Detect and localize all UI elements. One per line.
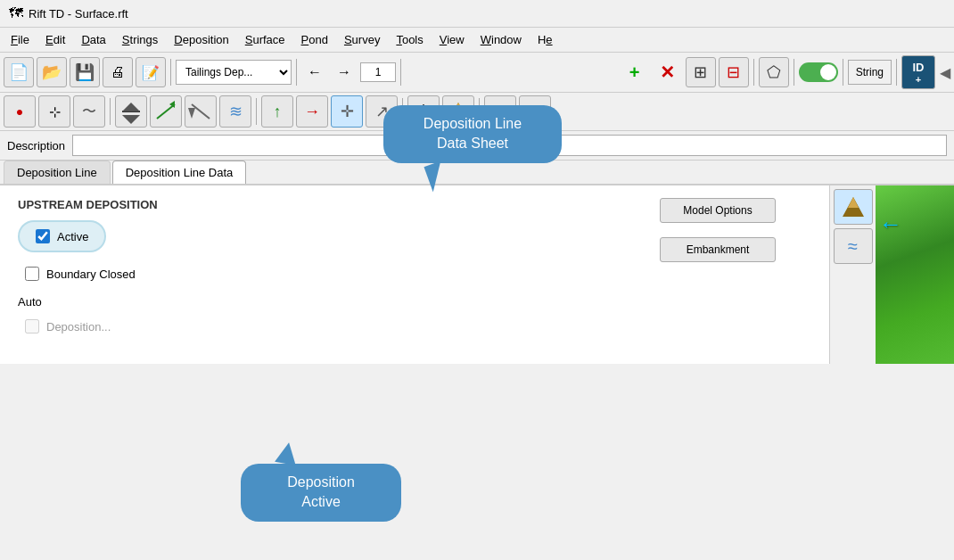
wave-view-icon: ≈ <box>848 236 858 257</box>
diagonal-arrow-tool[interactable]: ↗ <box>366 95 398 128</box>
string-indicator: String <box>848 60 892 85</box>
deposition-checkbox[interactable] <box>25 319 39 334</box>
print-button[interactable]: 🖨 <box>103 57 133 87</box>
tab-deposition-line-label: Deposition Line <box>17 166 97 179</box>
auto-label: Auto <box>18 295 633 309</box>
save-button[interactable]: 💾 <box>70 57 100 87</box>
tab-deposition-line-data[interactable]: Deposition Line Data <box>112 161 247 184</box>
menu-surface[interactable]: Surface <box>238 30 292 49</box>
model-options-button[interactable]: Model Options <box>660 198 776 223</box>
level-icon <box>119 99 144 124</box>
edit-button[interactable]: 📝 <box>136 57 166 87</box>
menu-view[interactable]: View <box>432 30 472 49</box>
node-icon: ● <box>16 104 23 119</box>
separator-6 <box>843 59 843 86</box>
diagonal-arrow-icon: ↗ <box>375 102 389 121</box>
menu-deposition[interactable]: Deposition <box>167 30 235 49</box>
arrow-right-tool[interactable]: → <box>296 95 328 128</box>
menu-strings[interactable]: Strings <box>115 30 165 49</box>
mountain-icon <box>446 99 471 124</box>
open-button[interactable]: 📂 <box>37 57 67 87</box>
description-row: Description <box>0 131 954 161</box>
embankment-button[interactable]: Embankment <box>660 237 776 262</box>
description-label: Description <box>7 139 65 152</box>
curve-tool[interactable]: 〜 <box>73 95 105 128</box>
svg-line-7 <box>415 106 424 120</box>
left-panel: UPSTREAM DEPOSITION Active Boundary Clos… <box>0 185 651 364</box>
mountain-tool[interactable] <box>442 95 474 128</box>
id-button[interactable]: ID + <box>901 55 935 89</box>
terrain-view-button[interactable] <box>834 189 873 225</box>
menu-edit[interactable]: Edit <box>38 30 72 49</box>
nav-back-button[interactable]: ← <box>301 60 328 85</box>
sep-t2-3 <box>402 98 403 125</box>
menu-tools[interactable]: Tools <box>389 30 430 49</box>
description-input[interactable] <box>72 135 947 156</box>
edit-icon: 📝 <box>142 64 160 81</box>
slope-down-tool[interactable] <box>185 95 217 128</box>
slope-down-icon <box>188 99 213 124</box>
separator-2 <box>296 59 297 86</box>
fan-tool[interactable] <box>407 95 440 128</box>
play-tool[interactable]: ▶ <box>519 95 551 128</box>
app-icon: 🗺 <box>9 5 23 21</box>
fan-icon <box>411 99 436 124</box>
active-toggle[interactable] <box>799 62 838 82</box>
menu-file[interactable]: File <box>4 30 37 49</box>
curve-icon: 〜 <box>82 103 96 121</box>
open-icon: 📂 <box>42 62 62 82</box>
boundary-checkbox[interactable] <box>25 267 39 281</box>
save-icon: 💾 <box>75 62 95 82</box>
print-icon: 🖨 <box>111 64 125 80</box>
menu-help[interactable]: He <box>530 30 560 49</box>
grid-remove-button[interactable]: ⊟ <box>719 57 749 87</box>
delete-button[interactable]: ✕ <box>653 57 683 87</box>
cross-arrows-tool[interactable]: ✛ <box>331 95 363 128</box>
svg-marker-13 <box>848 197 859 208</box>
svg-line-3 <box>157 104 175 119</box>
select-icon: ⊹ <box>49 103 61 120</box>
page-number-input[interactable] <box>360 62 396 82</box>
wave-tool[interactable]: ≋ <box>219 95 251 128</box>
string-dropdown[interactable]: Tailings Dep... <box>176 60 292 85</box>
level-tool[interactable] <box>115 95 147 128</box>
new-icon: 📄 <box>9 62 29 82</box>
node-tool[interactable]: ● <box>4 95 36 128</box>
sep-t2-4 <box>479 98 480 125</box>
tab-deposition-line-data-label: Deposition Line Data <box>126 166 234 179</box>
svg-marker-6 <box>188 108 195 119</box>
menu-pond[interactable]: Pond <box>294 30 335 49</box>
wave-view-button[interactable]: ≈ <box>834 228 873 264</box>
separator-1 <box>170 59 171 86</box>
menu-data[interactable]: Data <box>74 30 112 49</box>
arrow-up-tool[interactable]: ↑ <box>261 95 293 128</box>
menu-survey[interactable]: Survey <box>337 30 387 49</box>
tab-deposition-line[interactable]: Deposition Line <box>4 161 111 184</box>
buttons-column: Model Options Embankment <box>651 185 829 364</box>
tooltip-deposition-active: DepositionActive <box>241 464 401 522</box>
svg-line-5 <box>192 104 210 119</box>
id-label: ID <box>913 61 925 74</box>
title-bar: 🗺 Rift TD - Surface.rft <box>0 0 954 28</box>
add-button[interactable]: + <box>620 57 650 87</box>
section-heading: UPSTREAM DEPOSITION <box>18 198 633 211</box>
map-view: ← <box>876 185 954 364</box>
sep-t2-2 <box>256 98 257 125</box>
cross-arrows-icon: ✛ <box>341 102 354 121</box>
select-tool[interactable]: ⊹ <box>38 95 70 128</box>
nav-forward-button[interactable]: → <box>331 60 358 85</box>
plus-icon: + <box>629 62 640 83</box>
svg-marker-1 <box>122 103 140 111</box>
separator-3 <box>400 59 401 86</box>
new-button[interactable]: 📄 <box>4 57 34 87</box>
slope-up-tool[interactable] <box>150 95 182 128</box>
toolbar-1: 📄 📂 💾 🖨 📝 Tailings Dep... ← → + ✕ ⊞ ⊟ ⬠ <box>0 53 954 93</box>
polygon-button[interactable]: ⬠ <box>759 57 789 87</box>
menu-window[interactable]: Window <box>473 30 529 49</box>
check-tool[interactable]: ✓ <box>484 95 516 128</box>
play-icon: ▶ <box>529 102 541 121</box>
more-tools-indicator: ◀ <box>940 64 950 81</box>
grid-add-button[interactable]: ⊞ <box>686 57 716 87</box>
wave-icon: ≋ <box>229 102 243 121</box>
active-checkbox[interactable] <box>36 229 50 243</box>
